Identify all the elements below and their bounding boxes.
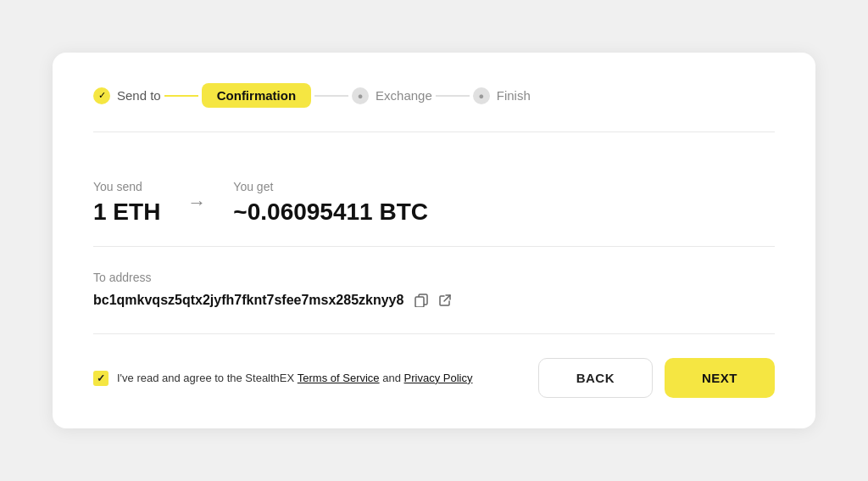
send-block: You send 1 ETH (93, 180, 160, 226)
step-send-to: ✓ Send to (93, 87, 161, 104)
connector-2 (314, 95, 348, 97)
step-send-to-label: Send to (117, 88, 161, 103)
main-card: ✓ Send to Confirmation ● Exchange ● Fini… (53, 53, 815, 428)
connector-1 (164, 95, 198, 97)
address-label: To address (93, 271, 775, 284)
footer: I've read and agree to the StealthEX Ter… (93, 358, 775, 398)
next-button[interactable]: NEXT (665, 358, 775, 398)
step-finish-icon: ● (473, 87, 490, 104)
step-finish: ● Finish (473, 87, 531, 104)
back-button[interactable]: BACK (538, 358, 653, 398)
terms-of-service-link[interactable]: Terms of Service (298, 372, 380, 384)
open-address-button[interactable] (436, 291, 454, 310)
step-send-to-icon: ✓ (93, 87, 110, 104)
step-finish-label: Finish (497, 88, 531, 103)
step-exchange-label: Exchange (376, 88, 432, 103)
address-value: bc1qmkvqsz5qtx2jyfh7fknt7sfee7msx285zkny… (93, 293, 403, 308)
terms-text: I've read and agree to the StealthEX Ter… (117, 370, 472, 387)
exchange-arrow-icon: → (187, 192, 206, 214)
copy-address-button[interactable] (412, 291, 431, 310)
receive-amount: ~0.06095411 BTC (233, 199, 428, 226)
receive-block: You get ~0.06095411 BTC (233, 180, 428, 226)
terms-checkbox[interactable] (93, 371, 108, 386)
action-buttons: BACK NEXT (538, 358, 775, 398)
step-confirmation: Confirmation (202, 83, 311, 108)
address-row: bc1qmkvqsz5qtx2jyfh7fknt7sfee7msx285zkny… (93, 291, 775, 310)
connector-3 (436, 95, 470, 97)
address-icons (412, 291, 454, 310)
send-label: You send (93, 180, 160, 193)
terms-row: I've read and agree to the StealthEX Ter… (93, 370, 472, 387)
send-amount: 1 ETH (93, 199, 160, 226)
step-exchange: ● Exchange (352, 87, 432, 104)
address-section: To address bc1qmkvqsz5qtx2jyfh7fknt7sfee… (93, 271, 775, 334)
receive-label: You get (233, 180, 428, 193)
privacy-policy-link[interactable]: Privacy Policy (404, 372, 473, 384)
svg-rect-1 (415, 297, 424, 307)
exchange-section: You send 1 ETH → You get ~0.06095411 BTC (93, 159, 775, 247)
step-exchange-icon: ● (352, 87, 369, 104)
step-confirmation-label: Confirmation (202, 83, 311, 108)
stepper: ✓ Send to Confirmation ● Exchange ● Fini… (93, 83, 775, 132)
